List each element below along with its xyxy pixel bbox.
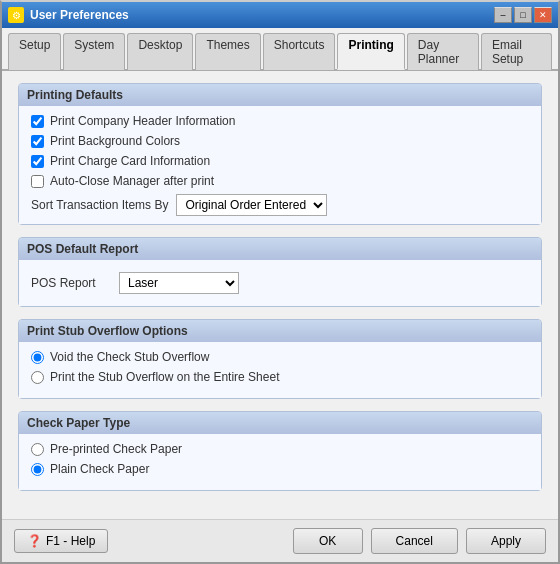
tab-setup[interactable]: Setup [8,33,61,70]
print-charge-card-label: Print Charge Card Information [50,154,210,168]
plain-check-label: Plain Check Paper [50,462,149,476]
plain-check-radio[interactable] [31,463,44,476]
tab-desktop[interactable]: Desktop [127,33,193,70]
pos-default-report-body: POS Report Laser Thermal Dot Matrix [19,260,541,306]
printing-defaults-section: Printing Defaults Print Company Header I… [18,83,542,225]
title-bar: ⚙ User Preferences – □ ✕ [2,2,558,28]
print-background-colors-checkbox[interactable] [31,135,44,148]
tab-day-planner[interactable]: Day Planner [407,33,479,70]
pos-report-label: POS Report [31,276,111,290]
help-button[interactable]: ❓ F1 - Help [14,529,108,553]
tab-themes[interactable]: Themes [195,33,260,70]
print-company-header-checkbox[interactable] [31,115,44,128]
title-buttons: – □ ✕ [494,7,552,23]
void-overflow-label: Void the Check Stub Overflow [50,350,209,364]
print-overflow-radio[interactable] [31,371,44,384]
tab-printing[interactable]: Printing [337,33,404,70]
auto-close-manager-label: Auto-Close Manager after print [50,174,214,188]
help-label: F1 - Help [46,534,95,548]
pos-default-report-header: POS Default Report [19,238,541,260]
radio-row-preprinted: Pre-printed Check Paper [31,442,529,456]
tab-shortcuts[interactable]: Shortcuts [263,33,336,70]
tab-bar: Setup System Desktop Themes Shortcuts Pr… [2,28,558,71]
print-company-header-label: Print Company Header Information [50,114,235,128]
pos-report-select[interactable]: Laser Thermal Dot Matrix [119,272,239,294]
printing-defaults-header: Printing Defaults [19,84,541,106]
print-stub-overflow-section: Print Stub Overflow Options Void the Che… [18,319,542,399]
minimize-button[interactable]: – [494,7,512,23]
tab-system[interactable]: System [63,33,125,70]
ok-button[interactable]: OK [293,528,363,554]
print-stub-overflow-header: Print Stub Overflow Options [19,320,541,342]
radio-row-print-overflow: Print the Stub Overflow on the Entire Sh… [31,370,529,384]
help-icon: ❓ [27,534,42,548]
check-paper-type-header: Check Paper Type [19,412,541,434]
window-title: User Preferences [30,8,129,22]
apply-button[interactable]: Apply [466,528,546,554]
checkbox-row-charge-card: Print Charge Card Information [31,154,529,168]
footer-buttons: OK Cancel Apply [293,528,546,554]
preprinted-radio[interactable] [31,443,44,456]
tab-email-setup[interactable]: Email Setup [481,33,552,70]
void-overflow-radio[interactable] [31,351,44,364]
checkbox-row-background-colors: Print Background Colors [31,134,529,148]
checkbox-row-company-header: Print Company Header Information [31,114,529,128]
footer: ❓ F1 - Help OK Cancel Apply [2,519,558,562]
radio-row-void-overflow: Void the Check Stub Overflow [31,350,529,364]
auto-close-manager-checkbox[interactable] [31,175,44,188]
check-paper-type-body: Pre-printed Check Paper Plain Check Pape… [19,434,541,490]
pos-report-row: POS Report Laser Thermal Dot Matrix [31,268,529,298]
print-overflow-label: Print the Stub Overflow on the Entire Sh… [50,370,279,384]
print-charge-card-checkbox[interactable] [31,155,44,168]
preprinted-label: Pre-printed Check Paper [50,442,182,456]
close-button[interactable]: ✕ [534,7,552,23]
tab-content: Printing Defaults Print Company Header I… [2,71,558,519]
sort-row: Sort Transaction Items By Original Order… [31,194,529,216]
maximize-button[interactable]: □ [514,7,532,23]
main-window: ⚙ User Preferences – □ ✕ Setup System De… [0,0,560,564]
title-bar-left: ⚙ User Preferences [8,7,129,23]
window-icon: ⚙ [8,7,24,23]
checkbox-row-auto-close: Auto-Close Manager after print [31,174,529,188]
sort-label: Sort Transaction Items By [31,198,168,212]
print-stub-overflow-body: Void the Check Stub Overflow Print the S… [19,342,541,398]
radio-row-plain-check: Plain Check Paper [31,462,529,476]
check-paper-type-section: Check Paper Type Pre-printed Check Paper… [18,411,542,491]
pos-default-report-section: POS Default Report POS Report Laser Ther… [18,237,542,307]
sort-select[interactable]: Original Order Entered Item Name Price D… [176,194,327,216]
print-background-colors-label: Print Background Colors [50,134,180,148]
cancel-button[interactable]: Cancel [371,528,458,554]
printing-defaults-body: Print Company Header Information Print B… [19,106,541,224]
